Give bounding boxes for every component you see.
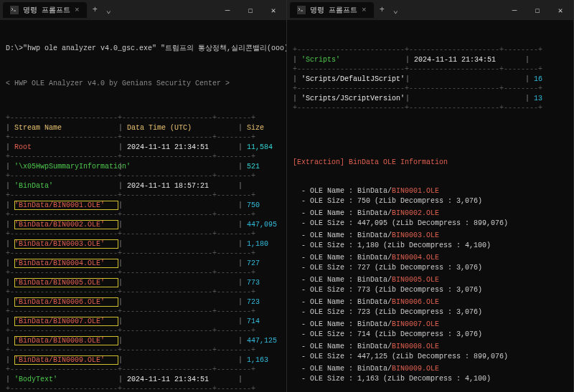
- close-button[interactable]: ✕: [263, 6, 283, 15]
- extraction-entry: - OLE Size : 723 (zLib Decompress : 3,07…: [293, 307, 568, 317]
- right-pane: 명령 프롬프트 × + ⌄ — ☐ ✕ +-------------------…: [287, 0, 574, 392]
- table-row: | '\x05HwpSummaryInformation'| | 521 |: [6, 162, 281, 172]
- table-row: | 'BinData/BIN0008.OLE' | | 447,125|: [6, 336, 281, 346]
- table-row: | 'BinData/BIN0004.OLE' | | 727 |: [6, 259, 281, 269]
- table-row: | 'BinData/BIN0006.OLE' | | 723 |: [6, 297, 281, 307]
- extraction-entry: - OLE Name : BinData/BIN0004.OLE: [293, 253, 568, 263]
- separator: +-------------------------+-------------…: [6, 229, 281, 239]
- extraction-entry: - OLE Name : BinData/BIN0005.OLE: [293, 275, 568, 285]
- extraction-entry: - OLE Size : 1,163 (zLib Decompress : 4,…: [293, 374, 568, 384]
- tab-title-right: 명령 프롬프트: [310, 5, 357, 15]
- extraction-entry: - OLE Size : 1,180 (zLib Decompress : 4,…: [293, 241, 568, 251]
- table-row: | 'Scripts/DefaultJScript'| | 16 |: [293, 75, 568, 85]
- stream-table: +-------------------------+-------------…: [6, 113, 281, 392]
- titlebar-left: 명령 프롬프트 × + ⌄ — ☐ ✕: [0, 0, 286, 20]
- minimize-button[interactable]: —: [504, 6, 524, 14]
- terminal-left[interactable]: D:\>"hwp ole analyzer v4.0_gsc.exe" "트럼프…: [0, 20, 286, 392]
- separator: +-------------------------+-------------…: [6, 133, 281, 143]
- separator: +-------------------------+-------------…: [293, 103, 568, 113]
- extraction-entry: - OLE Name : BinData/BIN0001.OLE: [293, 186, 568, 196]
- tab-title-left: 명령 프롬프트: [23, 5, 70, 15]
- table-row: | 'BodyText' | 2024-11-11 21:34:51| |: [6, 375, 281, 385]
- separator: +-------------------------+-------------…: [6, 326, 281, 336]
- separator: +-------------------------+-------------…: [6, 113, 281, 123]
- separator: +-------------------------+-------------…: [6, 307, 281, 317]
- extraction-header-right: [Extraction] BinData OLE Information: [293, 158, 568, 168]
- table-row: | 'BinData/BIN0001.OLE' | | 750 |: [6, 201, 281, 211]
- extraction-entry: - OLE Size : 727 (zLib Decompress : 3,07…: [293, 263, 568, 273]
- separator: +-------------------------+-------------…: [6, 384, 281, 392]
- titlebar-right: 명령 프롬프트 × + ⌄ — ☐ ✕: [287, 0, 573, 20]
- tab-close-icon[interactable]: ×: [75, 6, 80, 14]
- table-row: | 'Scripts/JScriptVersion'| | 13 |: [293, 94, 568, 104]
- maximize-button[interactable]: ☐: [240, 6, 260, 15]
- table-header: | Stream Name | Data Time (UTC) | Size |: [6, 123, 281, 133]
- separator: +-------------------------+-------------…: [6, 268, 281, 278]
- separator: +-------------------------+-------------…: [6, 191, 281, 201]
- extraction-entry: - OLE Name : BinData/BIN0002.OLE: [293, 209, 568, 219]
- separator: +-------------------------+-------------…: [293, 84, 568, 94]
- tab-close-icon[interactable]: ×: [362, 6, 367, 14]
- separator: +-------------------------+-------------…: [6, 171, 281, 181]
- stream-table-right: +-------------------------+-------------…: [293, 45, 568, 113]
- app-banner: < HWP OLE Analyzer v4.0 by Genians Secur…: [6, 79, 281, 89]
- table-row: | 'BinData/BIN0009.OLE' | | 1,163 |: [6, 355, 281, 365]
- tab-dropdown-icon[interactable]: ⌄: [389, 5, 403, 16]
- table-row: | 'BinData/BIN0002.OLE' | | 447,095|: [6, 220, 281, 230]
- separator: +-------------------------+-------------…: [293, 64, 568, 75]
- extraction-entry: - OLE Size : 447,125 (zLib Decompress : …: [293, 352, 568, 362]
- cmd-icon: [10, 6, 19, 14]
- separator: +-------------------------+-------------…: [6, 287, 281, 297]
- table-row: | Root | 2024-11-11 21:34:51| 11,584|: [6, 143, 281, 153]
- extraction-entry: - OLE Name : BinData/BIN0009.OLE: [293, 364, 568, 374]
- extraction-entry: - OLE Name : BinData/BIN0008.OLE: [293, 342, 568, 352]
- extraction-entry: - OLE Size : 773 (zLib Decompress : 3,07…: [293, 285, 568, 295]
- new-tab-button[interactable]: +: [88, 5, 102, 15]
- svg-rect-0: [10, 6, 19, 14]
- new-tab-button[interactable]: +: [375, 5, 389, 15]
- tab-right[interactable]: 명령 프롬프트 ×: [290, 2, 374, 18]
- extraction-entry: - OLE Name : BinData/BIN0003.OLE: [293, 231, 568, 241]
- tab-left[interactable]: 명령 프롬프트 ×: [3, 2, 87, 18]
- extraction-entry: - OLE Size : 750 (zLib Decompress : 3,07…: [293, 196, 568, 206]
- svg-rect-1: [297, 6, 306, 14]
- table-row: | 'BinData/BIN0007.OLE' | | 714 |: [6, 317, 281, 327]
- close-button[interactable]: ✕: [550, 6, 570, 15]
- table-row: | 'BinData/BIN0003.OLE' | | 1,180 |: [6, 239, 281, 249]
- separator: +-------------------------+-------------…: [6, 210, 281, 220]
- table-row: | 'BinData/BIN0005.OLE' | | 773 |: [6, 278, 281, 288]
- extraction-list-right: - OLE Name : BinData/BIN0001.OLE - OLE S…: [293, 186, 568, 386]
- cmd-icon: [297, 6, 306, 14]
- table-row: | 'BinData' | 2024-11-11 18:57:21| |: [6, 181, 281, 191]
- tab-dropdown-icon[interactable]: ⌄: [102, 5, 116, 16]
- left-pane: 명령 프롬프트 × + ⌄ — ☐ ✕ D:\>"hwp ole analyze…: [0, 0, 287, 392]
- extraction-entry: - OLE Size : 714 (zLib Decompress : 3,07…: [293, 330, 568, 340]
- terminal-right[interactable]: +-------------------------+-------------…: [287, 20, 573, 392]
- separator: +-------------------------+-------------…: [6, 365, 281, 375]
- command-line: D:\>"hwp ole analyzer v4.0_gsc.exe" "트럼프…: [6, 44, 281, 54]
- separator: +-------------------------+-------------…: [293, 45, 568, 55]
- minimize-button[interactable]: —: [217, 6, 237, 14]
- separator: +-------------------------+-------------…: [6, 345, 281, 355]
- separator: +-------------------------+-------------…: [6, 152, 281, 162]
- extraction-entry: - OLE Name : BinData/BIN0006.OLE: [293, 297, 568, 307]
- extraction-entry: - OLE Size : 447,095 (zLib Decompress : …: [293, 219, 568, 229]
- maximize-button[interactable]: ☐: [527, 6, 547, 15]
- table-row: | 'Scripts' | 2024-11-11 21:34:51| |: [293, 55, 568, 65]
- extraction-entry: - OLE Name : BinData/BIN0007.OLE: [293, 320, 568, 330]
- separator: +-------------------------+-------------…: [6, 249, 281, 259]
